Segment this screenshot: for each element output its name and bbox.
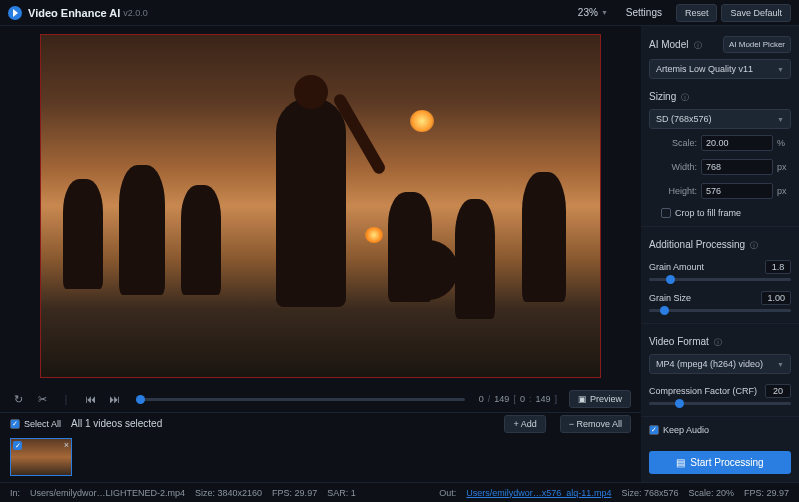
out-fps: FPS: 29.97 bbox=[744, 488, 789, 498]
chevron-down-icon: ▼ bbox=[601, 9, 608, 16]
chevron-down-icon: ▼ bbox=[777, 116, 784, 123]
ai-model-select[interactable]: Artemis Low Quality v11▼ bbox=[649, 59, 791, 79]
grain-size-value[interactable]: 1.00 bbox=[761, 291, 791, 305]
zoom-dropdown[interactable]: 23% ▼ bbox=[578, 7, 608, 18]
grain-amount-value[interactable]: 1.8 bbox=[765, 260, 791, 274]
cut-icon[interactable]: ✂ bbox=[34, 391, 50, 407]
add-button[interactable]: + Add bbox=[504, 415, 545, 433]
select-all-checkbox[interactable]: ✓ Select All bbox=[10, 419, 61, 429]
frame-counter: 0 / 149 [ 0 : 149 ] bbox=[479, 394, 557, 404]
start-processing-button[interactable]: ▤ Start Processing bbox=[649, 451, 791, 474]
preview-area bbox=[0, 26, 641, 386]
crf-value[interactable]: 20 bbox=[765, 384, 791, 398]
chevron-down-icon: ▼ bbox=[777, 361, 784, 368]
reload-icon[interactable]: ↻ bbox=[10, 391, 26, 407]
in-label: In: bbox=[10, 488, 20, 498]
crop-checkbox[interactable]: Crop to fill frame bbox=[661, 208, 791, 218]
save-icon: ▤ bbox=[676, 457, 685, 468]
out-scale: Scale: 20% bbox=[688, 488, 734, 498]
settings-panel: AI Model ⓘ AI Model Picker Artemis Low Q… bbox=[641, 26, 799, 482]
crf-slider[interactable] bbox=[649, 402, 791, 405]
ai-model-picker-button[interactable]: AI Model Picker bbox=[723, 36, 791, 53]
checkbox-checked-icon: ✓ bbox=[649, 425, 659, 435]
in-sar: SAR: 1 bbox=[327, 488, 356, 498]
playback-controls: ↻ ✂ | ⏮ ⏭ 0 / 149 [ 0 : 149 ] ▣Preview bbox=[0, 386, 641, 412]
titlebar: Video Enhance AI v2.0.0 23% ▼ Settings R… bbox=[0, 0, 799, 26]
grain-size-label: Grain Size bbox=[649, 293, 691, 303]
zoom-value: 23% bbox=[578, 7, 598, 18]
ai-model-header: AI Model ⓘ AI Model Picker bbox=[649, 36, 791, 53]
app-logo-icon bbox=[8, 6, 22, 20]
keep-audio-checkbox[interactable]: ✓ Keep Audio bbox=[649, 425, 791, 435]
selection-count: All 1 videos selected bbox=[71, 418, 162, 429]
reset-button[interactable]: Reset bbox=[676, 4, 718, 22]
settings-button[interactable]: Settings bbox=[626, 7, 662, 18]
chevron-down-icon: ▼ bbox=[777, 66, 784, 73]
info-icon[interactable]: ⓘ bbox=[691, 41, 701, 50]
crf-label: Compression Factor (CRF) bbox=[649, 386, 757, 396]
plus-icon: + bbox=[513, 419, 518, 429]
processing-header: Additional Processing ⓘ bbox=[649, 239, 791, 251]
camera-icon: ▣ bbox=[578, 394, 587, 404]
thumbnail-strip: ✓ × bbox=[0, 434, 641, 482]
scale-input[interactable] bbox=[701, 135, 773, 151]
checkbox-checked-icon[interactable]: ✓ bbox=[13, 441, 22, 450]
video-format-header: Video Format ⓘ bbox=[649, 336, 791, 348]
height-input[interactable] bbox=[701, 183, 773, 199]
library-bar: ✓ Select All All 1 videos selected + Add… bbox=[0, 412, 641, 434]
scale-label: Scale: bbox=[661, 138, 697, 148]
height-label: Height: bbox=[661, 186, 697, 196]
out-label: Out: bbox=[439, 488, 456, 498]
close-icon[interactable]: × bbox=[64, 440, 69, 450]
in-file: Users/emilydwor…LIGHTENED-2.mp4 bbox=[30, 488, 185, 498]
grain-amount-label: Grain Amount bbox=[649, 262, 704, 272]
preview-frame[interactable] bbox=[40, 34, 601, 378]
out-size: Size: 768x576 bbox=[621, 488, 678, 498]
minus-icon: − bbox=[569, 419, 574, 429]
width-input[interactable] bbox=[701, 159, 773, 175]
preview-button[interactable]: ▣Preview bbox=[569, 390, 631, 408]
info-icon[interactable]: ⓘ bbox=[748, 241, 758, 250]
info-icon[interactable]: ⓘ bbox=[679, 93, 689, 102]
checkbox-checked-icon: ✓ bbox=[10, 419, 20, 429]
prev-frame-icon[interactable]: ⏮ bbox=[82, 391, 98, 407]
video-format-select[interactable]: MP4 (mpeg4 (h264) video)▼ bbox=[649, 354, 791, 374]
in-size: Size: 3840x2160 bbox=[195, 488, 262, 498]
info-icon[interactable]: ⓘ bbox=[712, 338, 722, 347]
sizing-header: Sizing ⓘ bbox=[649, 91, 791, 103]
app-title: Video Enhance AI bbox=[28, 7, 120, 19]
next-frame-icon[interactable]: ⏭ bbox=[106, 391, 122, 407]
app-version: v2.0.0 bbox=[123, 8, 148, 18]
timeline-slider[interactable] bbox=[136, 398, 465, 401]
grain-size-slider[interactable] bbox=[649, 309, 791, 312]
remove-all-button[interactable]: − Remove All bbox=[560, 415, 631, 433]
divider-icon: | bbox=[58, 391, 74, 407]
statusbar: In: Users/emilydwor…LIGHTENED-2.mp4 Size… bbox=[0, 482, 799, 502]
checkbox-empty-icon bbox=[661, 208, 671, 218]
out-file-link[interactable]: Users/emilydwor…x576_alq-11.mp4 bbox=[466, 488, 611, 498]
in-fps: FPS: 29.97 bbox=[272, 488, 317, 498]
width-label: Width: bbox=[661, 162, 697, 172]
save-default-button[interactable]: Save Default bbox=[721, 4, 791, 22]
thumbnail-item[interactable]: ✓ × bbox=[10, 438, 72, 476]
grain-amount-slider[interactable] bbox=[649, 278, 791, 281]
sizing-preset-select[interactable]: SD (768x576)▼ bbox=[649, 109, 791, 129]
